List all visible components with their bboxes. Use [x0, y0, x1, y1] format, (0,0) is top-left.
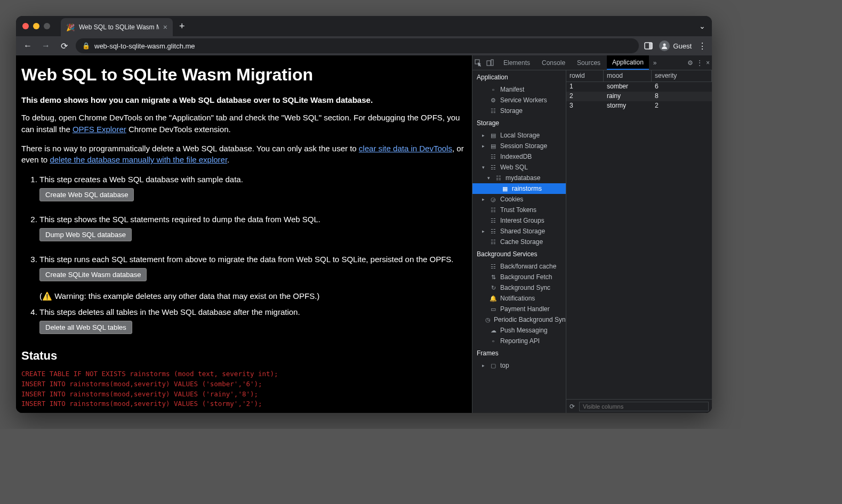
devtools-tab-sources[interactable]: Sources [572, 55, 606, 70]
omnibox[interactable]: 🔒 web-sql-to-sqlite-wasm.glitch.me [76, 38, 639, 53]
sidebar-item-reporting-api[interactable]: ▫Reporting API [472, 336, 566, 346]
tab-title: Web SQL to SQLite Wasm Migr [79, 23, 159, 31]
svg-rect-1 [649, 43, 652, 49]
opfs-explorer-link[interactable]: OPFS Explorer [73, 125, 126, 134]
maximize-window-icon[interactable] [44, 23, 50, 29]
status-heading: Status [21, 349, 467, 363]
forward-button[interactable]: → [39, 41, 52, 51]
sidebar-item-interest-groups[interactable]: ☷Interest Groups [472, 215, 566, 226]
sidebar-item-websql[interactable]: ▾☷Web SQL [472, 162, 566, 173]
col-rowid[interactable]: rowid [566, 70, 604, 82]
grid-icon: ▤ [490, 143, 497, 150]
table-row[interactable]: 2 rainy 8 [566, 92, 712, 101]
delete-tables-button[interactable]: Delete all Web SQL tables [39, 321, 132, 334]
database-icon: ☷ [490, 228, 497, 235]
devtools-close-icon[interactable]: × [706, 59, 710, 67]
devtools-tabbar: Elements Console Sources Application » ⚙… [472, 55, 712, 70]
sidebar-item-periodic-sync[interactable]: ◷Periodic Background Sync [472, 314, 566, 325]
refresh-icon[interactable]: ⟳ [570, 403, 575, 410]
devtools-tab-elements[interactable]: Elements [498, 55, 535, 70]
sidebar-section-bgservices: Background Services [472, 247, 566, 261]
gear-icon: ⚙ [490, 97, 497, 104]
table-header: rowid mood severity [566, 70, 712, 82]
clock-icon: ◷ [485, 316, 491, 323]
sync-icon: ↻ [490, 284, 497, 291]
database-icon: ☷ [495, 175, 502, 182]
reload-button[interactable]: ⟳ [58, 41, 70, 51]
devtools-tabs-overflow-icon[interactable]: » [650, 59, 660, 67]
create-websql-button[interactable]: Create Web SQL database [39, 188, 134, 201]
application-sidebar: Application ▫Manifest ⚙Service Workers ☷… [472, 70, 566, 413]
sidebar-item-service-workers[interactable]: ⚙Service Workers [472, 95, 566, 105]
new-tab-button[interactable]: + [179, 21, 185, 32]
sidebar-item-storage[interactable]: ☷Storage [472, 105, 566, 116]
minimize-window-icon[interactable] [33, 23, 39, 29]
card-icon: ▭ [490, 306, 497, 313]
back-button[interactable]: ← [21, 41, 34, 51]
devtools-panel: Elements Console Sources Application » ⚙… [472, 55, 712, 413]
svg-rect-4 [487, 61, 491, 66]
sidebar-item-manifest[interactable]: ▫Manifest [472, 84, 566, 95]
delete-db-manually-link[interactable]: delete the database manually with the fi… [50, 155, 227, 164]
tab-overflow-icon[interactable]: ⌄ [699, 22, 705, 30]
sidebar-item-cookies[interactable]: ▸◶Cookies [472, 194, 566, 205]
page-title: Web SQL to SQLite Wasm Migration [21, 65, 467, 85]
data-table: rowid mood severity 1 somber 6 2 rainy [566, 70, 712, 413]
sidebar-item-payment-handler[interactable]: ▭Payment Handler [472, 304, 566, 314]
sidebar-item-bfcache[interactable]: ☷Back/forward cache [472, 261, 566, 272]
table-icon: ▦ [501, 185, 509, 192]
side-panel-icon[interactable] [644, 42, 653, 50]
step-4: This steps deletes all tables in the Web… [39, 306, 467, 343]
steps-list: This step creates a Web SQL database wit… [21, 173, 467, 343]
database-icon: ☷ [490, 153, 497, 160]
grid-icon: ▤ [490, 132, 497, 139]
col-severity[interactable]: severity [652, 70, 712, 82]
sidebar-section-storage: Storage [472, 116, 566, 130]
sidebar-item-trust-tokens[interactable]: ☷Trust Tokens [472, 205, 566, 215]
sidebar-item-local-storage[interactable]: ▸▤Local Storage [472, 130, 566, 141]
svg-point-2 [663, 44, 666, 46]
dump-websql-button[interactable]: Dump Web SQL database [39, 228, 132, 241]
sidebar-item-indexeddb[interactable]: ☷IndexedDB [472, 151, 566, 162]
browser-window: 🎉 Web SQL to SQLite Wasm Migr × + ⌄ ← → … [16, 16, 712, 413]
close-window-icon[interactable] [22, 23, 29, 29]
col-mood[interactable]: mood [604, 70, 652, 82]
profile-button[interactable]: Guest [659, 40, 692, 51]
sidebar-item-bg-sync[interactable]: ↻Background Sync [472, 282, 566, 293]
database-icon: ☷ [490, 108, 497, 115]
sidebar-item-session-storage[interactable]: ▸▤Session Storage [472, 141, 566, 151]
devtools-tab-console[interactable]: Console [536, 55, 571, 70]
table-row[interactable]: 3 stormy 2 [566, 101, 712, 111]
create-sqlite-button[interactable]: Create SQLite Wasm database [39, 268, 147, 281]
step-1: This step creates a Web SQL database wit… [39, 173, 467, 210]
document-icon: ▫ [490, 338, 497, 344]
status-log: CREATE TABLE IF NOT EXISTS rainstorms (m… [21, 369, 467, 409]
sidebar-item-bg-fetch[interactable]: ⇅Background Fetch [472, 272, 566, 282]
database-icon: ☷ [490, 263, 497, 270]
devtools-tab-application[interactable]: Application [607, 55, 649, 70]
sidebar-item-top[interactable]: ▸▢top [472, 360, 566, 371]
sidebar-item-cache-storage[interactable]: ☷Cache Storage [472, 237, 566, 247]
inspect-icon[interactable] [475, 59, 485, 67]
table-row[interactable]: 1 somber 6 [566, 82, 712, 92]
devtools-settings-icon[interactable]: ⚙ [687, 59, 693, 67]
sidebar-item-shared-storage[interactable]: ▸☷Shared Storage [472, 226, 566, 237]
devtools-menu-icon[interactable]: ⋮ [696, 59, 703, 67]
step-3: This step runs each SQL statement from a… [39, 253, 467, 303]
tab-close-icon[interactable]: × [163, 23, 167, 31]
clear-site-data-link[interactable]: clear site data in DevTools [359, 144, 452, 153]
table-footer: ⟳ [566, 399, 712, 413]
step-2: This step shows the SQL statements requi… [39, 213, 467, 250]
device-toolbar-icon[interactable] [486, 59, 497, 67]
sidebar-item-notifications[interactable]: 🔔Notifications [472, 293, 566, 304]
browser-menu-icon[interactable]: ⋮ [698, 41, 707, 51]
sidebar-section-application: Application [472, 70, 566, 84]
profile-label: Guest [673, 42, 692, 50]
sidebar-item-mydatabase[interactable]: ▾☷mydatabase [472, 173, 566, 183]
visible-columns-input[interactable] [579, 402, 709, 411]
database-icon: ☷ [490, 217, 497, 224]
page-subtitle: This demo shows how you can migrate a We… [21, 95, 467, 104]
sidebar-item-push-messaging[interactable]: ☁Push Messaging [472, 325, 566, 336]
sidebar-item-rainstorms[interactable]: ▦rainstorms [472, 183, 566, 194]
browser-tab[interactable]: 🎉 Web SQL to SQLite Wasm Migr × [61, 18, 173, 36]
